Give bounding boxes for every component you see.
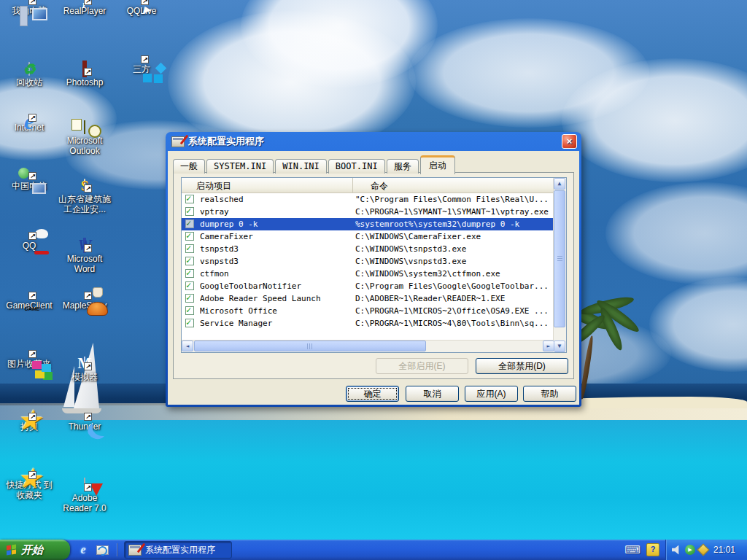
vertical-scrollbar[interactable]: ▲ ▼ — [553, 178, 566, 352]
desktop-icon-photoshop[interactable]: Photoshp — [57, 63, 112, 88]
desktop: 我的电脑 r RealPlayer ▶ QQLive ♻ 回收站 Photosh… — [0, 0, 747, 560]
apply-button[interactable]: 应用(A) — [465, 386, 518, 402]
shortcut-arrow-icon — [28, 471, 36, 479]
desktop-icon-internet[interactable]: e Internet — [1, 121, 57, 133]
desktop-icon-picture-folder[interactable]: 图片收藏夹 — [1, 357, 57, 369]
startup-item-row[interactable]: realsched"C:\Program Files\Common Files\… — [182, 193, 554, 206]
checkbox-checked-icon[interactable] — [185, 257, 194, 265]
scroll-right-icon[interactable]: ► — [543, 341, 554, 351]
checkbox-checked-icon[interactable] — [185, 319, 194, 327]
horizontal-scroll-thumb[interactable] — [194, 341, 426, 351]
enable-all-button: 全部启用(E) — [376, 358, 468, 374]
desktop-icon-realplayer[interactable]: r RealPlayer — [57, 4, 112, 16]
desktop-icon-adobe-reader[interactable]: Adobe Reader 7.0 — [57, 478, 112, 513]
shortcut-arrow-icon — [84, 244, 92, 252]
desktop-icon-recycle-bin[interactable]: ♻ 回收站 — [1, 63, 57, 88]
tab-services[interactable]: 服务 — [387, 159, 419, 174]
tab-boot-ini[interactable]: BOOT.INI — [328, 159, 385, 174]
shortcut-arrow-icon — [84, 184, 92, 192]
icon-label: 我的电脑 — [1, 6, 57, 16]
tab-startup[interactable]: 启动 — [420, 155, 455, 174]
horizontal-scrollbar[interactable]: ◄ ► — [182, 340, 554, 352]
column-header-command[interactable]: 命令 — [353, 178, 554, 192]
msconfig-icon — [171, 136, 185, 147]
startup-item-row[interactable]: Service ManagerC:\PROGRA~1\MICROS~4\80\T… — [182, 317, 554, 330]
desktop-icon-sanfang[interactable]: 三方 — [114, 63, 169, 74]
checkbox-checked-icon[interactable] — [185, 207, 194, 216]
scroll-left-icon[interactable]: ◄ — [182, 341, 193, 351]
startup-item-row[interactable]: Microsoft OfficeC:\PROGRA~1\MICROS~2\Off… — [182, 305, 554, 317]
desktop-icon-shandong[interactable]: S 山东省建筑施工企业安... — [57, 179, 112, 214]
checkbox-checked-icon[interactable] — [185, 269, 194, 278]
desktop-icon-gameclient[interactable]: GAME GameClient — [1, 299, 57, 311]
startup-item-row-selected[interactable]: dumprep 0 -k%systemroot%\system32\dumpre… — [182, 218, 554, 230]
tab-system-ini[interactable]: SYSTEM.INI — [206, 159, 274, 174]
tray-yellow-diamond-icon[interactable] — [697, 544, 710, 556]
startup-item-row[interactable]: vptrayC:\PROGRA~1\SYMANT~1\SYMANT~1\vptr… — [182, 206, 554, 218]
msconfig-icon — [128, 545, 142, 556]
taskbar-clock[interactable]: 21:01 — [713, 545, 735, 555]
startup-item-row[interactable]: CameraFixerC:\WINDOWS\CameraFixer.exe — [182, 230, 554, 243]
desktop-icon-thunder[interactable]: Thunder — [57, 420, 112, 432]
language-bar: ⌨ ? — [624, 540, 659, 560]
list-header: 启动项目 命令 — [182, 178, 554, 193]
close-button[interactable]: × — [562, 134, 577, 149]
dialog-title-bar[interactable]: 系统配置实用程序 × — [168, 132, 579, 151]
icon-label: 中国电信 — [1, 181, 57, 191]
shortcut-arrow-icon — [28, 232, 36, 240]
volume-icon[interactable] — [672, 545, 681, 555]
checkbox-checked-icon[interactable] — [185, 232, 194, 241]
help-icon[interactable]: ? — [646, 543, 659, 556]
checkbox-checked-icon[interactable] — [185, 294, 194, 303]
cancel-button[interactable]: 取消 — [406, 386, 459, 402]
photoshop-icon — [82, 61, 87, 77]
desktop-icon-shortcut-favorites[interactable]: ★ 快捷方式 到 收藏夹 — [1, 478, 57, 500]
desktop-icon-maplestory[interactable]: MapleStory — [57, 299, 112, 311]
word-icon: W — [83, 238, 86, 253]
startup-tab-page: 启动项目 命令 realsched"C:\Program Files\Commo… — [173, 172, 574, 379]
taskbar-task-button-msconfig[interactable]: 系统配置实用程序 — [124, 541, 232, 559]
icon-label: QQ — [1, 241, 57, 251]
quick-launch-mail-icon[interactable] — [95, 542, 109, 557]
start-button[interactable]: 开始 — [0, 540, 70, 560]
desktop-icon-qqlive[interactable]: ▶ QQLive — [114, 4, 169, 16]
scroll-down-icon[interactable]: ▼ — [554, 341, 565, 352]
icon-label: 图片收藏夹 — [1, 359, 57, 369]
startup-item-row[interactable]: ctfmonC:\WINDOWS\system32\ctfmon.exe — [182, 268, 554, 280]
help-button[interactable]: 帮助 — [523, 386, 576, 402]
start-label: 开始 — [21, 543, 43, 557]
keyboard-layout-icon[interactable]: ⌨ — [624, 543, 640, 556]
startup-list: 启动项目 命令 realsched"C:\Program Files\Commo… — [181, 177, 567, 353]
shortcut-arrow-icon — [84, 0, 92, 5]
checkbox-checked-icon[interactable] — [185, 219, 194, 228]
system-tray: ▶ 21:01 — [665, 540, 747, 560]
desktop-icon-outlook[interactable]: Microsoft Outlook — [57, 121, 112, 156]
checkbox-checked-icon[interactable] — [185, 281, 194, 290]
ok-button[interactable]: 确定 — [346, 386, 399, 402]
shortcut-arrow-icon — [141, 55, 149, 63]
tab-general[interactable]: 一般 — [173, 159, 205, 174]
icon-label: Photoshp — [57, 77, 112, 88]
startup-item-row[interactable]: vsnpstd3C:\WINDOWS\vsnpstd3.exe — [182, 255, 554, 268]
tray-green-play-icon[interactable]: ▶ — [685, 545, 695, 555]
quick-launch-ie-icon[interactable]: e — [76, 542, 90, 557]
vertical-scroll-thumb[interactable] — [554, 190, 565, 327]
disable-all-button[interactable]: 全部禁用(D) — [476, 358, 568, 374]
emulator-icon: M — [84, 357, 85, 370]
scroll-up-icon[interactable]: ▲ — [554, 178, 565, 190]
checkbox-checked-icon[interactable] — [185, 306, 194, 315]
column-header-startup-item[interactable]: 启动项目 — [182, 178, 353, 192]
desktop-icon-word[interactable]: W Microsoft Word — [57, 239, 112, 274]
desktop-icon-my-computer[interactable]: 我的电脑 — [1, 4, 57, 16]
startup-item-row[interactable]: tsnpstd3C:\WINDOWS\tsnpstd3.exe — [182, 243, 554, 255]
icon-label: Microsoft Outlook — [57, 136, 112, 156]
startup-item-row[interactable]: GoogleToolbarNotifierC:\Program Files\Go… — [182, 280, 554, 292]
desktop-icon-china-telecom[interactable]: 中国电信 — [1, 179, 57, 191]
desktop-icon-emulator[interactable]: M 模拟器 — [57, 357, 112, 382]
tab-win-ini[interactable]: WIN.INI — [275, 159, 327, 174]
startup-item-row[interactable]: Adobe Reader Speed LaunchD:\ADOBER~1\Rea… — [182, 292, 554, 305]
checkbox-checked-icon[interactable] — [185, 244, 194, 253]
desktop-icon-copy[interactable]: ★ 拷贝 — [1, 420, 57, 432]
checkbox-checked-icon[interactable] — [185, 195, 194, 203]
desktop-icon-qq[interactable]: QQ — [1, 239, 57, 251]
